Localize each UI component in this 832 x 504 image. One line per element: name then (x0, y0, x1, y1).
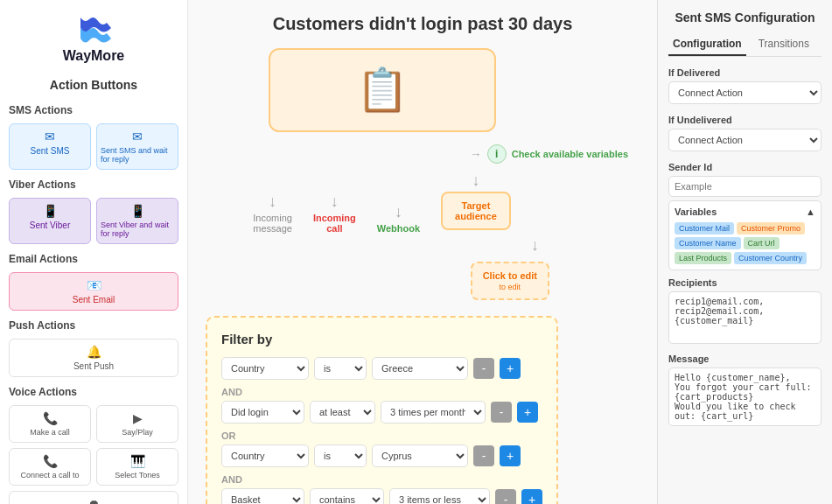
push-actions-label: Push Actions (9, 319, 178, 332)
filter-val-items[interactable]: 3 items or less (389, 488, 490, 504)
filter-op-contains[interactable]: contains (310, 488, 384, 504)
filter-row-1: Country is Greece - + (221, 357, 542, 380)
connect-call-button[interactable]: 📞 Connect a call to (9, 448, 91, 486)
tab-configuration[interactable]: Configuration (668, 33, 746, 56)
filter-plus-1[interactable]: + (500, 358, 521, 379)
trigger-incoming-message: ↓ Incomingmessage (253, 193, 292, 234)
make-call-button[interactable]: 📞 Make a call (9, 405, 91, 443)
logic-and-1: AND (221, 387, 542, 397)
filter-field-basket[interactable]: Basket (221, 488, 304, 504)
panel-title: Sent SMS Configuration (668, 10, 822, 24)
filter-row-4: Basket contains 3 items or less - + (221, 488, 542, 504)
sent-viber-wait-button[interactable]: 📱 Sent Viber and wait for reply (96, 198, 178, 244)
if-undelivered-select[interactable]: Connect Action (668, 129, 822, 151)
filter-minus-2[interactable]: - (491, 402, 512, 423)
var-cart-url[interactable]: Cart Url (744, 237, 780, 249)
sms-actions-row: ✉ Sent SMS ✉ Sent SMS and wait for reply (9, 123, 178, 170)
record-call-button[interactable]: ⏺ Record a call (9, 491, 178, 504)
click-to-edit-sub: to edit (500, 283, 521, 291)
sender-id-input[interactable] (668, 176, 822, 197)
make-call-label: Make a call (30, 428, 70, 437)
var-last-products[interactable]: Last Products (675, 252, 731, 264)
variables-header: Variables ▲ (675, 206, 815, 217)
filter-plus-4[interactable]: + (521, 489, 542, 504)
filter-plus-2[interactable]: + (517, 402, 538, 423)
filter-row-3: Country is Cyprus - + (221, 444, 542, 467)
triggers-row: ↓ Incomingmessage ↓ Incomingcall ↓ Webho… (253, 172, 511, 234)
action-buttons-title: Action Buttons (9, 78, 178, 92)
filter-op-atleast[interactable]: at least (310, 401, 375, 424)
filter-val-times[interactable]: 3 times per month (381, 401, 486, 424)
voice-row1: 📞 Make a call ▶ Say/Play (9, 405, 178, 443)
viber-actions-label: Viber Actions (9, 178, 178, 191)
sent-viber-wait-label: Sent Viber and wait for reply (101, 220, 174, 238)
var-customer-mail[interactable]: Customer Mail (675, 222, 734, 234)
trigger-webhook: ↓ Webhook (377, 204, 420, 234)
viber-wait-icon: 📱 (130, 204, 145, 218)
var-customer-promo[interactable]: Customer Promo (737, 222, 805, 234)
filter-op-is-1[interactable]: is (314, 357, 367, 380)
sent-viber-button[interactable]: 📱 Sent Viber (9, 198, 91, 244)
arrow-right-icon: → (470, 147, 482, 161)
filter-row-2: Did login at least 3 times per month - + (221, 401, 542, 424)
viber-icon: 📱 (43, 204, 58, 218)
recipients-textarea[interactable]: recip1@email.com, recip2@email.com, {cus… (668, 291, 822, 344)
connect-call-label: Connect a call to (20, 471, 79, 480)
filter-field-login[interactable]: Did login (221, 401, 304, 424)
sent-sms-wait-button[interactable]: ✉ Sent SMS and wait for reply (96, 123, 178, 170)
sms-wait-icon: ✉ (132, 130, 143, 144)
arrow-down-icon-4: ↓ (472, 172, 479, 188)
select-tones-button[interactable]: 🎹 Select Tones (96, 448, 178, 486)
arrow-down-icon-1: ↓ (269, 193, 276, 209)
logo-text: WayMore (9, 48, 178, 64)
arrow-down-target: ↓ (531, 237, 539, 253)
sent-push-label: Sent Push (73, 361, 114, 371)
filter-field-country-1[interactable]: Country (221, 357, 309, 380)
start-box: 📋 (269, 48, 496, 132)
sms-icon: ✉ (45, 130, 55, 144)
logo-icon (67, 10, 120, 46)
trigger-target-audience: ↓ Targetaudience (441, 172, 511, 234)
if-delivered-select[interactable]: Connect Action (668, 81, 822, 104)
email-icon: 📧 (87, 278, 101, 292)
filter-field-country-2[interactable]: Country (221, 444, 309, 467)
workflow-title: Customers didn't login past 30 days (206, 14, 640, 34)
sent-sms-button[interactable]: ✉ Sent SMS (9, 123, 91, 170)
filter-op-is-2[interactable]: is (314, 444, 367, 467)
workflow-diagram: 📋 → i Check available variables ↓ (206, 48, 558, 504)
say-play-button[interactable]: ▶ Say/Play (96, 405, 178, 443)
message-textarea[interactable]: Hello {customer_name}, You forgot your c… (668, 368, 822, 426)
voice-row2: 📞 Connect a call to 🎹 Select Tones (9, 448, 178, 486)
var-customer-name[interactable]: Customer Name (675, 237, 741, 249)
logic-and-2: AND (221, 474, 542, 485)
select-tones-label: Select Tones (115, 471, 159, 480)
main-content: Customers didn't login past 30 days 📋 → … (188, 0, 832, 504)
var-customer-country[interactable]: Customer Country (734, 252, 807, 264)
push-icon: 🔔 (87, 345, 101, 359)
arrow-down-icon-3: ↓ (395, 204, 402, 220)
tab-transitions[interactable]: Transitions (746, 33, 822, 56)
click-to-edit-button[interactable]: Click to edit to edit (471, 262, 549, 300)
filter-box: Filter by Country is Greece (206, 316, 558, 504)
record-icon: ⏺ (87, 497, 100, 504)
filter-minus-4[interactable]: - (495, 489, 516, 504)
sent-email-button[interactable]: 📧 Sent Email (9, 272, 178, 311)
click-to-edit-label: Click to edit (483, 270, 537, 281)
push-actions-row: 🔔 Sent Push (9, 339, 178, 377)
sent-push-button[interactable]: 🔔 Sent Push (9, 339, 178, 377)
tones-icon: 🎹 (130, 454, 145, 468)
recipients-label: Recipients (668, 277, 822, 288)
main-area: Customers didn't login past 30 days 📋 → … (188, 0, 832, 504)
filter-plus-3[interactable]: + (500, 445, 521, 466)
filter-minus-1[interactable]: - (473, 358, 494, 379)
filter-val-cyprus[interactable]: Cyprus (372, 444, 468, 467)
filter-minus-3[interactable]: - (473, 445, 494, 466)
sender-id-label: Sender Id (668, 162, 822, 172)
webhook-label: Webhook (377, 223, 420, 234)
filter-val-greece[interactable]: Greece (372, 357, 468, 380)
hint-area: → i Check available variables (470, 144, 628, 164)
viber-actions-row: 📱 Sent Viber 📱 Sent Viber and wait for r… (9, 198, 178, 244)
sent-sms-wait-label: Sent SMS and wait for reply (101, 146, 174, 164)
target-arrow-area: ↓ (206, 237, 558, 253)
sms-actions-label: SMS Actions (9, 104, 178, 116)
